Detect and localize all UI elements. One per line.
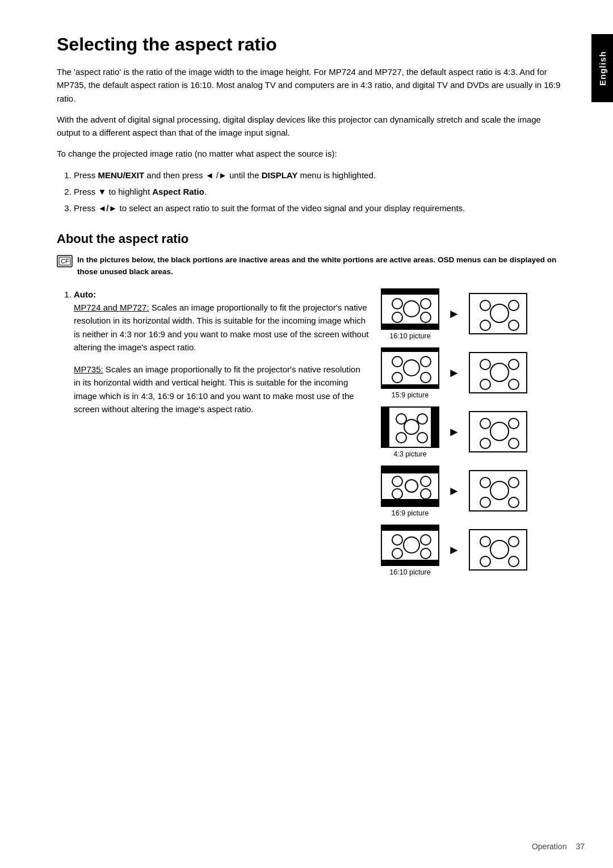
diagram-label-4: 16:9 picture bbox=[392, 509, 429, 517]
mp735-para: MP735: Scales an image proportionally to… bbox=[74, 363, 369, 416]
intro-para-3: To change the projected image ratio (no … bbox=[57, 147, 562, 160]
svg-rect-5 bbox=[381, 324, 439, 329]
intro-para-1: The 'aspect ratio' is the ratio of the i… bbox=[57, 65, 562, 105]
step-2: Press ▼ to highlight Aspect Ratio. bbox=[74, 185, 562, 198]
page-footer: Operation 37 bbox=[0, 842, 613, 851]
content-columns: Auto: MP724 and MP727: Scales an image p… bbox=[57, 288, 562, 578]
svg-rect-3 bbox=[381, 289, 439, 329]
diagram-svg-before-3 bbox=[380, 406, 440, 448]
svg-rect-47 bbox=[381, 499, 439, 506]
svg-rect-19 bbox=[381, 384, 439, 388]
diagram-before-2: 15:9 picture bbox=[380, 347, 440, 399]
svg-rect-61 bbox=[381, 560, 439, 565]
arrow-5: ► bbox=[448, 543, 460, 557]
arrow-4: ► bbox=[448, 484, 460, 498]
svg-rect-31 bbox=[381, 407, 439, 447]
diagram-label-5: 16:10 picture bbox=[389, 568, 430, 576]
diagram-after-2 bbox=[468, 351, 528, 394]
diagram-svg-before-1 bbox=[380, 288, 440, 330]
diagram-after-3 bbox=[468, 410, 528, 453]
step-1: Press MENU/EXIT and then press ◄ /► unti… bbox=[74, 169, 562, 182]
diagram-after-4 bbox=[468, 469, 528, 512]
svg-rect-59 bbox=[381, 525, 439, 565]
arrow-1: ► bbox=[448, 307, 460, 321]
svg-text:CF: CF bbox=[61, 258, 70, 265]
right-col: 16:10 picture ► bbox=[380, 288, 562, 578]
page-container: English Selecting the aspect ratio The '… bbox=[0, 0, 613, 868]
footer-text: Operation 37 bbox=[532, 842, 585, 851]
note-box: CF In the pictures below, the black port… bbox=[57, 254, 562, 278]
diagram-svg-after-5 bbox=[468, 529, 528, 571]
diagram-svg-after-1 bbox=[468, 292, 528, 335]
diagram-label-1: 16:10 picture bbox=[389, 332, 430, 340]
footer-page-number: 37 bbox=[576, 842, 585, 851]
diagram-label-2: 15:9 picture bbox=[392, 391, 429, 399]
diagram-svg-before-4 bbox=[380, 465, 440, 508]
svg-rect-4 bbox=[381, 289, 439, 295]
diagram-label-3: 4:3 picture bbox=[393, 450, 426, 458]
arrow-2: ► bbox=[448, 366, 460, 380]
diagram-svg-after-4 bbox=[468, 469, 528, 512]
diagram-row-5: 16:10 picture ► bbox=[380, 524, 562, 576]
side-tab: English bbox=[591, 34, 613, 102]
auto-label: Auto: bbox=[74, 290, 96, 299]
note-text: In the pictures below, the black portion… bbox=[77, 254, 562, 278]
diagram-row-4: 16:9 picture ► bbox=[380, 465, 562, 517]
diagram-svg-after-2 bbox=[468, 351, 528, 394]
svg-rect-46 bbox=[381, 466, 439, 473]
side-tab-label: English bbox=[598, 51, 607, 85]
diagram-svg-after-3 bbox=[468, 410, 528, 453]
intro-para-2: With the advent of digital signal proces… bbox=[57, 113, 562, 140]
diagram-row-2: 15:9 picture ► bbox=[380, 347, 562, 399]
diagram-row-1: 16:10 picture ► bbox=[380, 288, 562, 340]
diagram-svg-before-5 bbox=[380, 524, 440, 567]
diagram-before-5: 16:10 picture bbox=[380, 524, 440, 576]
note-text-content: In the pictures below, the black portion… bbox=[77, 255, 556, 275]
step-3: Press ◄/► to select an aspect ratio to s… bbox=[74, 202, 562, 215]
svg-rect-17 bbox=[381, 348, 439, 388]
svg-rect-60 bbox=[381, 525, 439, 531]
section-title: About the aspect ratio bbox=[57, 232, 562, 246]
svg-rect-32 bbox=[381, 407, 389, 447]
diagram-after-1 bbox=[468, 292, 528, 335]
diagram-after-5 bbox=[468, 529, 528, 571]
steps-list: Press MENU/EXIT and then press ◄ /► unti… bbox=[74, 169, 562, 215]
diagram-before-3: 4:3 picture bbox=[380, 406, 440, 458]
diagram-before-1: 16:10 picture bbox=[380, 288, 440, 340]
footer-section: Operation bbox=[532, 842, 566, 851]
page-title: Selecting the aspect ratio bbox=[57, 34, 562, 55]
svg-rect-18 bbox=[381, 348, 439, 352]
mp724-para: MP724 and MP727: Scales an image proport… bbox=[74, 301, 369, 354]
auto-item: Auto: MP724 and MP727: Scales an image p… bbox=[74, 288, 369, 416]
note-icon: CF bbox=[57, 255, 73, 267]
arrow-3: ► bbox=[448, 425, 460, 439]
diagram-svg-before-2 bbox=[380, 347, 440, 389]
auto-list: Auto: MP724 and MP727: Scales an image p… bbox=[74, 288, 369, 416]
diagram-before-4: 16:9 picture bbox=[380, 465, 440, 517]
svg-rect-33 bbox=[431, 407, 439, 447]
left-col: Auto: MP724 and MP727: Scales an image p… bbox=[57, 288, 369, 578]
diagram-row-3: 4:3 picture ► bbox=[380, 406, 562, 458]
